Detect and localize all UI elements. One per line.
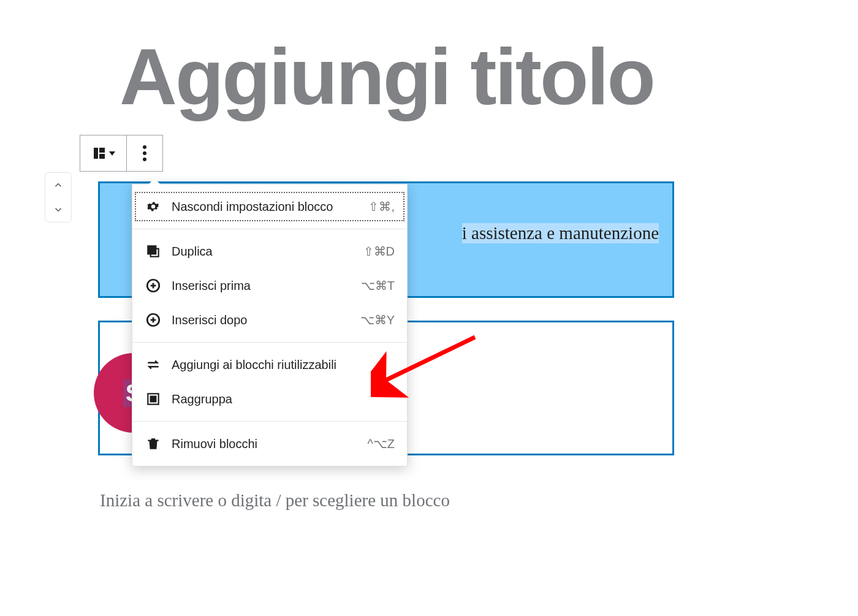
- chevron-down-icon: [109, 151, 115, 156]
- more-vertical-icon: [143, 145, 146, 161]
- svg-rect-1: [99, 148, 105, 153]
- menu-item-label: Rimuovi blocchi: [172, 436, 357, 452]
- menu-item-label: Inserisci dopo: [172, 312, 351, 328]
- gear-icon: [145, 198, 162, 215]
- duplicate-icon: [145, 243, 162, 260]
- svg-rect-2: [99, 154, 105, 159]
- menu-shortcut: ⌥⌘Y: [360, 313, 395, 327]
- group-icon: [145, 390, 162, 408]
- menu-shortcut: ⇧⌘D: [363, 244, 395, 259]
- svg-rect-4: [148, 246, 156, 254]
- layout-icon: [92, 146, 107, 161]
- block-mover: [45, 172, 72, 222]
- block-options-dropdown: Nascondi impostazioni blocco ⇧⌘, Duplica…: [132, 184, 408, 466]
- reusable-icon: [145, 356, 162, 373]
- insert-after-item[interactable]: Inserisci dopo ⌥⌘Y: [132, 303, 407, 337]
- insert-after-icon: [145, 311, 162, 329]
- post-title-placeholder[interactable]: Aggiungi titolo: [120, 31, 654, 123]
- insert-before-item[interactable]: Inserisci prima ⌥⌘T: [132, 268, 407, 303]
- menu-shortcut: ⌥⌘T: [361, 278, 395, 293]
- move-down-button[interactable]: [45, 197, 71, 222]
- add-reusable-item[interactable]: Aggiungi ai blocchi riutilizzabili: [132, 348, 407, 382]
- menu-item-label: Duplica: [172, 243, 354, 259]
- menu-item-label: Inserisci prima: [172, 278, 351, 294]
- content-placeholder[interactable]: Inizia a scrivere o digita / per sceglie…: [100, 490, 450, 511]
- insert-before-icon: [145, 277, 162, 294]
- block-text-fragment: i assistenza e manutenzione: [462, 223, 659, 243]
- menu-item-label: Aggiungi ai blocchi riutilizzabili: [172, 357, 385, 373]
- group-item[interactable]: Raggruppa: [132, 382, 407, 416]
- more-options-button[interactable]: [126, 135, 163, 172]
- menu-item-label: Raggruppa: [172, 391, 385, 407]
- hide-block-settings-item[interactable]: Nascondi impostazioni blocco ⇧⌘,: [132, 189, 407, 224]
- block-toolbar: [80, 135, 163, 172]
- move-up-button[interactable]: [45, 173, 71, 197]
- trash-icon: [145, 435, 162, 452]
- svg-rect-12: [151, 397, 156, 402]
- menu-shortcut: ^⌥Z: [367, 436, 395, 451]
- menu-item-label: Nascondi impostazioni blocco: [172, 199, 359, 215]
- layout-switcher-button[interactable]: [80, 135, 126, 172]
- svg-rect-0: [94, 148, 98, 159]
- duplicate-item[interactable]: Duplica ⇧⌘D: [132, 234, 407, 268]
- remove-blocks-item[interactable]: Rimuovi blocchi ^⌥Z: [132, 427, 407, 461]
- menu-shortcut: ⇧⌘,: [368, 199, 395, 214]
